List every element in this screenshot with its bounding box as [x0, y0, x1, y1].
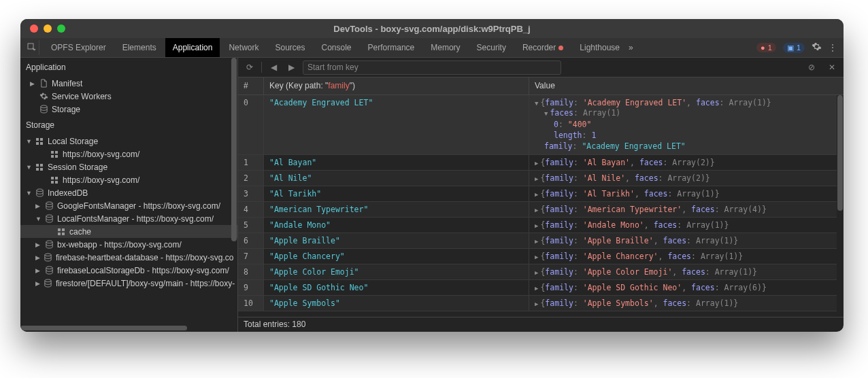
tree-idb-database[interactable]: ▶firestore/[DEFAULT]/boxy-svg/main - htt…	[20, 277, 237, 290]
row-key: "Al Tarikh"	[264, 186, 529, 201]
tree-session-origin[interactable]: https://boxy-svg.com/	[20, 173, 237, 186]
svg-rect-22	[62, 228, 65, 231]
svg-point-27	[46, 267, 52, 269]
tab-recorder[interactable]: Recorder	[515, 38, 571, 57]
minimize-icon[interactable]	[44, 24, 52, 33]
tab-elements[interactable]: Elements	[115, 38, 164, 57]
row-key: "American Typewriter"	[264, 202, 529, 217]
zoom-icon[interactable]	[57, 24, 65, 33]
tree-idb-database[interactable]: ▶firebaseLocalStorageDb - https://boxy-s…	[20, 264, 237, 277]
row-value: ▶{family: 'Al Nile', faces: Array(2)}	[529, 171, 837, 186]
tree-idb-database[interactable]: ▶firebase-heartbeat-database - https://b…	[20, 251, 237, 264]
svg-rect-6	[51, 151, 54, 154]
sidebar-scrollbar[interactable]	[231, 58, 237, 325]
table-row[interactable]: 3"Al Tarikh"▶{family: 'Al Tarikh', faces…	[238, 186, 837, 202]
svg-rect-23	[58, 233, 61, 235]
row-index: 5	[238, 218, 264, 233]
tree-local-storage[interactable]: ▼Local Storage	[20, 135, 237, 148]
close-icon[interactable]	[30, 24, 38, 33]
svg-rect-2	[36, 138, 39, 141]
grid-icon	[50, 150, 59, 159]
window-controls	[30, 24, 65, 33]
row-index: 3	[238, 186, 264, 201]
row-value: ▶{family: 'Apple Color Emoji', faces: Ar…	[529, 264, 837, 279]
svg-rect-16	[51, 181, 54, 184]
col-index[interactable]: #	[238, 78, 264, 94]
next-page-icon[interactable]: ▶	[285, 63, 297, 72]
row-value: ▶{family: 'Apple Symbols', faces: Array(…	[529, 296, 837, 311]
row-key: "Al Nile"	[264, 171, 529, 186]
col-key[interactable]: Key (Key path: "family")	[264, 78, 529, 94]
table-row[interactable]: 9"Apple SD Gothic Neo"▶{family: 'Apple S…	[238, 280, 837, 296]
tree-idb-objectstore[interactable]: cache	[20, 225, 237, 238]
svg-rect-7	[55, 151, 58, 154]
start-from-key-input[interactable]	[303, 61, 561, 75]
tab-performance[interactable]: Performance	[361, 38, 422, 57]
svg-point-26	[45, 254, 51, 256]
svg-rect-12	[36, 168, 39, 171]
tab-opfs-explorer[interactable]: OPFS Explorer	[44, 38, 114, 57]
row-value: ▶{family: 'Al Bayan', faces: Array(2)}	[529, 155, 837, 170]
row-key: "Apple Symbols"	[264, 296, 529, 311]
table-scrollbar[interactable]	[837, 95, 844, 317]
table-row[interactable]: 10"Apple Symbols"▶{family: 'Apple Symbol…	[238, 296, 837, 311]
table-row[interactable]: 8"Apple Color Emoji"▶{family: 'Apple Col…	[238, 264, 837, 280]
tab-lighthouse[interactable]: Lighthouse	[572, 38, 627, 57]
row-index: 0	[238, 95, 264, 154]
sidebar-item-service-workers[interactable]: Service Workers	[20, 90, 237, 103]
titlebar: DevTools - boxy-svg.com/app/disk:w9PtrqP…	[20, 19, 844, 38]
refresh-icon[interactable]: ⟳	[244, 63, 256, 72]
tab-bar: OPFS ExplorerElementsApplicationNetworkS…	[20, 38, 844, 58]
db-icon	[35, 188, 44, 198]
tree-local-origin[interactable]: https://boxy-svg.com/	[20, 148, 237, 160]
row-key: "Apple SD Gothic Neo"	[264, 280, 529, 295]
tree-idb-database[interactable]: ▶GoogleFontsManager - https://boxy-svg.c…	[20, 199, 237, 212]
row-index: 7	[238, 249, 264, 264]
col-value[interactable]: Value	[529, 78, 844, 94]
svg-rect-17	[55, 181, 58, 184]
row-index: 6	[238, 233, 264, 248]
table-row[interactable]: 1"Al Bayan"▶{family: 'Al Bayan', faces: …	[238, 155, 837, 171]
db-icon	[44, 253, 52, 262]
table-row[interactable]: 7"Apple Chancery"▶{family: 'Apple Chance…	[238, 249, 837, 264]
prev-page-icon[interactable]: ◀	[267, 63, 280, 72]
tree-idb-database[interactable]: ▼LocalFontsManager - https://boxy-svg.co…	[20, 212, 237, 225]
row-key: "Al Bayan"	[264, 155, 529, 170]
sidebar-item-manifest[interactable]: ▶Manifest	[20, 77, 237, 90]
tab-sources[interactable]: Sources	[267, 38, 312, 57]
svg-rect-14	[51, 177, 54, 179]
row-index: 8	[238, 264, 264, 279]
more-icon[interactable]: ⋮	[829, 43, 837, 52]
tree-idb-database[interactable]: ▶bx-webapp - https://boxy-svg.com/	[20, 238, 237, 251]
tab-memory[interactable]: Memory	[423, 38, 467, 57]
db-icon	[44, 266, 54, 275]
sidebar-item-storage[interactable]: Storage	[20, 103, 237, 116]
tab-security[interactable]: Security	[469, 38, 514, 57]
tab-console[interactable]: Console	[314, 38, 359, 57]
clear-object-store-icon[interactable]: ⊘	[805, 63, 818, 72]
tab-application[interactable]: Application	[165, 38, 220, 57]
message-icon: ▣	[787, 44, 794, 52]
tree-session-storage[interactable]: ▼Session Storage	[20, 160, 237, 173]
delete-selected-icon[interactable]: ✕	[826, 63, 838, 72]
settings-icon[interactable]	[812, 41, 822, 54]
sidebar-section-storage: Storage	[20, 116, 237, 135]
table-row[interactable]: 5"Andale Mono"▶{family: 'Andale Mono', f…	[238, 218, 837, 233]
table-row[interactable]: 4"American Typewriter"▶{family: 'America…	[238, 202, 837, 218]
recorder-indicator-icon	[558, 46, 563, 50]
svg-rect-8	[51, 155, 54, 158]
row-value: ▶{family: 'Apple Chancery', faces: Array…	[529, 249, 837, 264]
table-row[interactable]: 6"Apple Braille"▶{family: 'Apple Braille…	[238, 233, 837, 249]
db-icon	[44, 201, 54, 211]
db-icon	[39, 105, 48, 114]
table-row[interactable]: 0"Academy Engraved LET"▼{family: 'Academ…	[238, 95, 837, 155]
grid-icon	[35, 162, 44, 172]
sidebar-hscroll[interactable]	[20, 325, 237, 332]
errors-badge[interactable]: ●1	[756, 43, 776, 52]
tree-indexeddb[interactable]: ▼IndexedDB	[20, 186, 237, 199]
table-row[interactable]: 2"Al Nile"▶{family: 'Al Nile', faces: Ar…	[238, 171, 837, 186]
tab-network[interactable]: Network	[221, 38, 266, 57]
tabs-overflow-icon[interactable]: »	[629, 43, 633, 52]
messages-badge[interactable]: ▣1	[783, 43, 805, 53]
inspect-element-icon[interactable]	[24, 40, 39, 55]
